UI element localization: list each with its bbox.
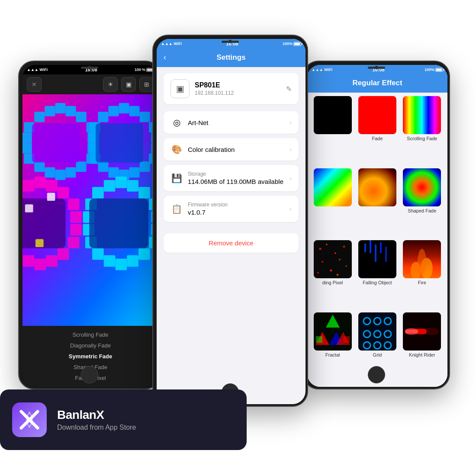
effect-label-scrolling-fade: Scrolling Fade [407,136,437,141]
svg-point-116 [405,328,418,335]
device-name: SP801E [195,81,281,89]
svg-rect-51 [68,237,80,248]
left-signal-icon: ▲▲▲ WiFi [27,68,48,72]
svg-rect-33 [98,161,108,172]
effect-cell-fading-pixel[interactable]: ding Pixel [311,240,354,312]
close-button-left[interactable]: ✕ [27,77,42,92]
svg-rect-4 [65,106,76,116]
effect-thumb-falling-object [358,240,396,278]
svg-rect-47 [70,211,82,223]
svg-point-112 [384,342,391,349]
effect-thumb-scrolling-fade [403,96,441,134]
effect-thumb-fade [358,96,396,134]
menu-color-calibration[interactable]: 🎨 Color calibration › [164,138,299,161]
right-header: Regular Effect [307,74,447,93]
branding-bar: BanlanX Download from App Store [0,389,247,450]
firmware-sublabel: Firmware version [188,202,284,208]
phone-home-left[interactable] [81,366,98,383]
effect-cell-falling-object[interactable]: Falling Object [355,240,399,312]
vol-up-btn-left[interactable] [18,113,19,126]
effect-symmetric-fade[interactable]: Symmetric Fade [23,351,158,362]
svg-rect-56 [58,248,69,260]
brand-text: BanlanX Download from App Store [57,408,136,431]
svg-rect-76 [89,199,148,248]
svg-rect-74 [127,255,138,267]
svg-rect-71 [92,248,104,260]
effect-cell-knight-rider[interactable]: Knight Rider [400,312,444,384]
svg-rect-92 [380,242,382,253]
effect-label-fading-pixel: ding Pixel [322,280,343,285]
effect-thumb-grid [358,312,396,351]
effect-cell-fade[interactable]: Fade [355,96,399,167]
effect-cell-scrolling-fade[interactable]: Scrolling Fade [400,96,444,167]
svg-rect-5 [76,112,87,122]
menu-section-firmware: 📋 Firmware version v1.0.7 › [164,196,299,222]
effect-label-fractal: Fractal [325,352,340,357]
svg-rect-36 [129,167,140,178]
left-battery: 100% [135,68,154,72]
menu-firmware[interactable]: 📋 Firmware version v1.0.7 › [164,196,299,222]
menu-artnet[interactable]: ◎ Art-Net › [164,111,299,134]
svg-rect-17 [65,167,76,178]
center-battery-icon [293,42,301,46]
banlanx-logo-svg [18,408,41,431]
svg-rect-60 [116,177,127,188]
grid-button[interactable]: ⊞ [139,77,154,92]
svg-rect-43 [58,187,69,199]
center-battery: 100% [283,42,301,46]
svg-point-110 [363,342,370,349]
svg-rect-22 [119,103,129,113]
vol-down-btn-left[interactable] [18,131,19,144]
menu-storage[interactable]: 💾 Storage 114.06MB of 119.00MB available… [164,165,299,191]
effect-label-falling-object: Falling Object [363,280,392,285]
power-btn-center[interactable] [308,100,308,119]
effect-cell-fire[interactable]: Fire [400,240,444,312]
effect-cell-shaped-fade[interactable]: Shaped Fade [400,168,444,240]
left-toolbar: ✕ ☀ ▣ ⊞ [23,74,158,94]
color-calibration-label: Color calibration [188,146,284,153]
effect-cell-orange-blob[interactable] [355,168,399,240]
svg-rect-102 [316,336,322,343]
phone-home-right[interactable] [368,366,385,383]
effect-thumb-gradient [314,168,352,206]
artnet-label: Art-Net [188,119,284,126]
phone-speaker-center [222,41,239,43]
effect-scrolling-fade[interactable]: Scrolling Fade [23,329,158,340]
remove-device-button[interactable]: Remove device [164,233,299,253]
brightness-button[interactable]: ☀ [103,77,118,92]
svg-rect-45 [68,199,80,210]
svg-rect-73 [116,259,127,270]
right-phone: ▲▲▲ WiFi 16:08 100% Regular Effect [303,61,450,389]
effect-thumb-fractal [314,312,352,351]
right-battery: 100% [425,68,443,72]
effect-cell-fractal[interactable]: Fractal [311,312,354,384]
svg-rect-58 [92,187,104,199]
effect-label-fade: Fade [372,136,383,141]
svg-rect-20 [98,112,108,122]
device-row: ▣ SP801E 192.168.101.112 ✎ [170,79,292,98]
svg-point-108 [374,331,381,338]
svg-rect-3 [55,103,65,113]
svg-rect-53 [23,255,35,267]
svg-rect-91 [375,244,376,262]
color-chevron: › [289,146,292,153]
power-btn-right[interactable] [450,122,450,139]
vol-down-btn-center[interactable] [152,109,153,122]
effect-diagonally-fade[interactable]: Diagonally Fade [23,340,158,351]
storage-content: Storage 114.06MB of 119.00MB available [188,171,284,185]
right-screen-inner: ▲▲▲ WiFi 16:08 100% Regular Effect [307,65,447,387]
svg-rect-62 [138,187,150,199]
svg-point-109 [384,331,391,338]
firmware-chevron: › [289,206,292,212]
svg-rect-10 [23,143,32,153]
vol-up-btn-center[interactable] [152,92,153,105]
regular-effect-title: Regular Effect [314,79,441,87]
svg-rect-37 [140,161,150,172]
back-button[interactable]: ‹ [164,53,166,62]
display-button[interactable]: ▣ [121,77,136,92]
effect-thumb-blank [314,96,352,134]
effect-cell-gradient[interactable] [311,168,354,240]
effect-cell-blank[interactable] [311,96,354,167]
edit-button[interactable]: ✎ [286,85,292,93]
left-phone: ▲▲▲ WiFi 16:08 100% ✕ ☀ ▣ ⊞ [18,61,161,389]
